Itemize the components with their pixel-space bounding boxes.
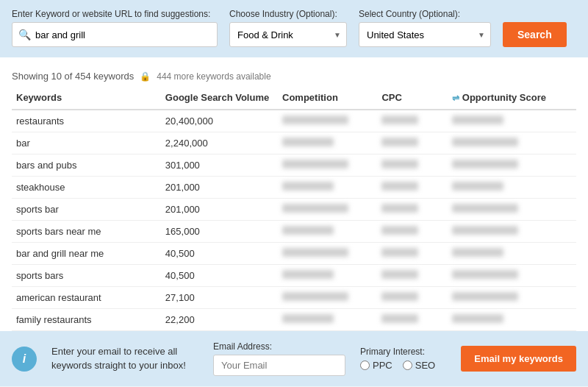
cell-cpc — [377, 177, 447, 199]
results-area: Showing 10 of 454 keywords 🔒 444 more ke… — [0, 57, 588, 331]
table-row: bar2,240,000 — [12, 132, 576, 155]
cell-keyword: family restaurants — [12, 309, 161, 331]
cell-competition — [278, 243, 377, 265]
email-section: Email Address: — [213, 341, 345, 376]
cell-gsv: 40,500 — [161, 265, 278, 287]
cell-cpc — [377, 132, 447, 155]
country-select[interactable]: United States United Kingdom Canada Aust… — [359, 22, 491, 47]
bottom-bar: i Enter your email to receive all keywor… — [0, 331, 588, 386]
email-input[interactable] — [213, 355, 345, 376]
lock-icon: 🔒 — [140, 71, 151, 82]
table-row: bars and pubs301,000 — [12, 155, 576, 177]
cell-cpc — [377, 199, 447, 221]
cell-cpc — [377, 221, 447, 243]
cell-competition — [278, 199, 377, 221]
cell-opportunity — [448, 287, 576, 309]
cell-competition — [278, 155, 377, 177]
cell-gsv: 2,240,000 — [161, 132, 278, 155]
cell-gsv: 27,100 — [161, 287, 278, 309]
opportunity-icon: ⇌ — [452, 93, 459, 103]
cell-competition — [278, 221, 377, 243]
cell-opportunity — [448, 177, 576, 199]
cell-keyword: sports bars — [12, 265, 161, 287]
keyword-field-group: Enter Keyword or website URL to find sug… — [12, 9, 218, 47]
cell-opportunity — [448, 132, 576, 155]
cell-keyword: steakhouse — [12, 177, 161, 199]
country-field-group: Select Country (Optional): United States… — [359, 9, 491, 47]
table-row: sports bars near me165,000 — [12, 221, 576, 243]
cell-cpc — [377, 309, 447, 331]
info-icon: i — [12, 347, 37, 372]
industry-field-group: Choose Industry (Optional): Food & Drink… — [229, 9, 347, 47]
email-label: Email Address: — [213, 341, 345, 352]
search-button[interactable]: Search — [503, 22, 567, 47]
col-header-cpc: CPC — [377, 86, 447, 110]
cell-gsv: 20,400,000 — [161, 110, 278, 132]
cell-cpc — [377, 265, 447, 287]
radio-ppc-label[interactable]: PPC — [360, 360, 392, 371]
industry-select[interactable]: Food & Drink All Industries Arts & Enter… — [229, 22, 347, 47]
cell-competition — [278, 132, 377, 155]
table-row: restaurants20,400,000 — [12, 110, 576, 132]
cell-opportunity — [448, 199, 576, 221]
radio-ppc[interactable] — [360, 361, 370, 370]
table-row: steakhouse201,000 — [12, 177, 576, 199]
keyword-input[interactable] — [35, 29, 211, 40]
table-row: sports bar201,000 — [12, 199, 576, 221]
cta-text: Enter your email to receive all keywords… — [51, 345, 198, 372]
email-keywords-button[interactable]: Email my keywords — [461, 346, 576, 372]
cell-keyword: bar and grill near me — [12, 243, 161, 265]
keyword-input-wrap: 🔍 — [12, 22, 218, 47]
cell-cpc — [377, 110, 447, 132]
showing-row: Showing 10 of 454 keywords 🔒 444 more ke… — [12, 65, 576, 86]
cell-cpc — [377, 155, 447, 177]
interest-section: Primary Interest: PPC SEO — [360, 347, 435, 371]
cell-gsv: 165,000 — [161, 221, 278, 243]
radio-seo-label[interactable]: SEO — [403, 360, 435, 371]
table-row: american restaurant27,100 — [12, 287, 576, 309]
cell-opportunity — [448, 221, 576, 243]
radio-group: PPC SEO — [360, 360, 435, 371]
radio-seo[interactable] — [403, 361, 412, 370]
cell-keyword: bars and pubs — [12, 155, 161, 177]
cell-competition — [278, 309, 377, 331]
cell-gsv: 201,000 — [161, 177, 278, 199]
keywords-table: Keywords Google Search Volume Competitio… — [12, 86, 576, 331]
col-header-gsv: Google Search Volume — [161, 86, 278, 110]
cell-competition — [278, 177, 377, 199]
cell-opportunity — [448, 265, 576, 287]
cell-keyword: sports bars near me — [12, 221, 161, 243]
more-available: 444 more keywords available — [157, 71, 270, 82]
table-row: sports bars40,500 — [12, 265, 576, 287]
cell-cpc — [377, 287, 447, 309]
col-header-competition: Competition — [278, 86, 377, 110]
cell-competition — [278, 265, 377, 287]
showing-count: Showing 10 of 454 keywords — [12, 71, 134, 82]
industry-select-wrap: Food & Drink All Industries Arts & Enter… — [229, 22, 347, 47]
table-header-row: Keywords Google Search Volume Competitio… — [12, 86, 576, 110]
interest-label: Primary Interest: — [360, 347, 435, 357]
cell-keyword: restaurants — [12, 110, 161, 132]
table-row: bar and grill near me40,500 — [12, 243, 576, 265]
cell-cpc — [377, 243, 447, 265]
industry-label: Choose Industry (Optional): — [229, 9, 347, 19]
cell-opportunity — [448, 309, 576, 331]
search-icon: 🔍 — [18, 29, 31, 40]
cell-gsv: 22,200 — [161, 309, 278, 331]
cell-keyword: sports bar — [12, 199, 161, 221]
cell-competition — [278, 287, 377, 309]
cell-opportunity — [448, 155, 576, 177]
country-select-wrap: United States United Kingdom Canada Aust… — [359, 22, 491, 47]
cell-gsv: 301,000 — [161, 155, 278, 177]
cell-gsv: 40,500 — [161, 243, 278, 265]
top-bar: Enter Keyword or website URL to find sug… — [0, 0, 588, 57]
cell-opportunity — [448, 110, 576, 132]
cell-opportunity — [448, 243, 576, 265]
col-header-opportunity: ⇌Opportunity Score — [448, 86, 576, 110]
keyword-label: Enter Keyword or website URL to find sug… — [12, 9, 218, 19]
cell-competition — [278, 110, 377, 132]
cell-gsv: 201,000 — [161, 199, 278, 221]
table-body: restaurants20,400,000bar2,240,000bars an… — [12, 110, 576, 331]
table-row: family restaurants22,200 — [12, 309, 576, 331]
col-header-keywords: Keywords — [12, 86, 161, 110]
